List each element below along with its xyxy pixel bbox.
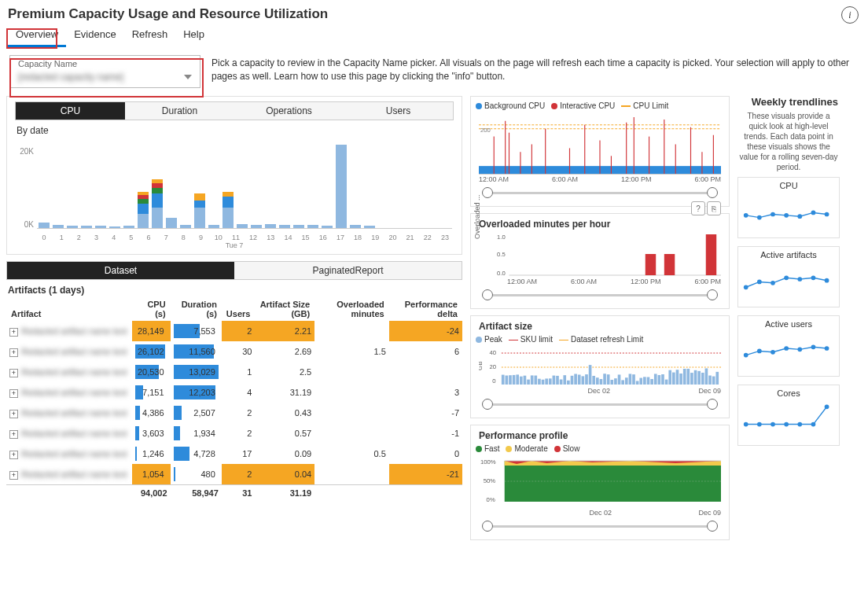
th-perf[interactable]: Performance delta — [389, 297, 462, 321]
xtick: 6:00 PM — [694, 175, 721, 183]
svg-rect-41 — [524, 376, 527, 385]
by-date-chart[interactable]: 20K 0K 012345678910111213141516171819202… — [12, 139, 457, 241]
svg-text:0: 0 — [492, 377, 496, 385]
tab-refresh[interactable]: Refresh — [124, 25, 176, 47]
svg-rect-27 — [664, 254, 675, 275]
nav-tabs: Overview Evidence Refresh Help — [0, 22, 868, 47]
svg-rect-70 — [629, 374, 632, 385]
weekly-card-label: Cores — [741, 388, 836, 399]
help-icon[interactable]: ? — [691, 201, 705, 215]
th-users[interactable]: Users — [222, 297, 256, 321]
cpu-timeline-chart[interactable]: 200 — [479, 113, 721, 175]
th-cpu[interactable]: CPU (s) — [132, 297, 171, 321]
cpu-time-slider[interactable]: ? ⎘ — [476, 184, 724, 201]
svg-point-111 — [771, 281, 775, 285]
segment-duration[interactable]: Duration — [125, 102, 234, 120]
svg-rect-74 — [643, 377, 646, 385]
slider-knob-left[interactable] — [482, 289, 493, 300]
segment-dataset[interactable]: Dataset — [7, 262, 234, 279]
xtick: Dec 02 — [587, 387, 610, 395]
svg-rect-79 — [661, 374, 664, 385]
segment-operations[interactable]: Operations — [234, 102, 344, 120]
xtick: 6:00 PM — [694, 278, 721, 285]
performance-chart[interactable]: 100% 50% 0% — [479, 456, 721, 508]
xtick: Dec 09 — [698, 387, 721, 395]
table-row[interactable]: +Redacted artifact name text 26,102 11,5… — [6, 341, 462, 362]
svg-point-106 — [797, 214, 802, 219]
weekly-title: Weekly trendlines — [737, 96, 840, 111]
table-row[interactable]: +Redacted artifact name text 4,386 2,507… — [6, 403, 462, 423]
svg-rect-35 — [502, 375, 505, 385]
tab-evidence[interactable]: Evidence — [66, 25, 123, 47]
weekly-card-active-users[interactable]: Active users — [737, 315, 840, 377]
slider-knob-right[interactable] — [707, 187, 718, 198]
svg-rect-82 — [672, 373, 675, 385]
xtick: Dec 09 — [698, 509, 721, 517]
svg-rect-49 — [553, 376, 556, 385]
svg-point-116 — [744, 353, 748, 358]
expand-icon[interactable]: + — [9, 451, 18, 459]
size-legend: Peak SKU limit Dataset refresh Limit — [476, 333, 724, 345]
th-artifact[interactable]: Artifact — [6, 297, 132, 321]
expand-icon[interactable]: + — [9, 471, 18, 480]
segment-cpu[interactable]: CPU — [16, 102, 125, 120]
segment-paginated[interactable]: PaginatedReport — [234, 262, 462, 279]
svg-rect-44 — [534, 376, 537, 385]
info-button[interactable]: i — [841, 6, 859, 24]
expand-icon[interactable]: + — [9, 348, 18, 357]
xtick: 12:00 AM — [507, 278, 537, 285]
expand-icon[interactable]: + — [9, 389, 18, 398]
slider-knob-right[interactable] — [707, 399, 718, 410]
svg-rect-39 — [516, 374, 519, 385]
xtick: 6:00 AM — [552, 175, 578, 183]
size-slider[interactable] — [476, 396, 724, 413]
table-row[interactable]: +Redacted artifact name text 28,149 7,55… — [6, 321, 462, 341]
th-overloaded[interactable]: Overloaded minutes — [314, 297, 389, 321]
tab-help[interactable]: Help — [175, 25, 212, 47]
table-row[interactable]: +Redacted artifact name text 3,603 1,934… — [6, 423, 462, 444]
segment-users[interactable]: Users — [344, 102, 453, 120]
slider-knob-left[interactable] — [482, 187, 493, 198]
expand-icon[interactable]: + — [9, 328, 18, 337]
table-row[interactable]: +Redacted artifact name text 20,530 13,0… — [6, 362, 462, 382]
slider-knob-left[interactable] — [482, 399, 493, 410]
artifacts-table: Artifact CPU (s) Duration (s) Users Arti… — [6, 297, 462, 501]
th-duration[interactable]: Duration (s) — [171, 297, 222, 321]
expand-icon[interactable]: + — [9, 410, 18, 418]
weekly-card-cpu[interactable]: CPU — [737, 177, 840, 238]
svg-rect-55 — [574, 374, 577, 385]
svg-rect-72 — [636, 381, 639, 385]
th-size[interactable]: Artifact Size (GB) — [255, 297, 314, 321]
svg-rect-43 — [531, 375, 534, 385]
svg-rect-73 — [639, 378, 642, 385]
expand-icon[interactable]: + — [9, 430, 18, 439]
slider-knob-right[interactable] — [707, 521, 718, 532]
tab-overview[interactable]: Overview — [8, 25, 66, 47]
svg-rect-86 — [686, 369, 690, 385]
weekly-card-cores[interactable]: Cores — [737, 385, 840, 446]
weekly-card-active-artifacts[interactable]: Active artifacts — [737, 246, 840, 307]
slider-knob-right[interactable] — [707, 289, 718, 300]
overloaded-slider[interactable] — [476, 286, 724, 304]
svg-rect-56 — [578, 374, 581, 385]
overloaded-chart[interactable]: Overloaded ... 1.0 0.5 0.0 — [479, 233, 721, 277]
svg-rect-63 — [603, 374, 606, 385]
table-row[interactable]: +Redacted artifact name text 1,246 4,728… — [6, 444, 462, 464]
page-description: Pick a capacity to review in the Capacit… — [211, 55, 859, 88]
svg-rect-83 — [676, 370, 679, 385]
svg-rect-94 — [715, 372, 719, 385]
xtick: 12:00 PM — [621, 175, 652, 183]
table-row[interactable]: +Redacted artifact name text 1,054 480 2… — [6, 464, 462, 485]
svg-text:1.0: 1.0 — [497, 234, 506, 241]
slider-knob-left[interactable] — [482, 521, 493, 532]
svg-rect-36 — [505, 376, 508, 385]
artifact-size-chart[interactable]: GB 40 20 0 — [479, 347, 721, 386]
table-row[interactable]: +Redacted artifact name text 7,151 12,20… — [6, 382, 462, 403]
perf-slider[interactable] — [476, 517, 724, 535]
metric-segment: CPU Duration Operations Users — [15, 101, 454, 120]
svg-point-124 — [757, 422, 762, 427]
copy-icon[interactable]: ⎘ — [707, 201, 721, 215]
capacity-name-picker[interactable]: Capacity Name [redacted capacity name] — [9, 55, 200, 88]
expand-icon[interactable]: + — [9, 369, 18, 377]
svg-point-123 — [744, 422, 748, 427]
